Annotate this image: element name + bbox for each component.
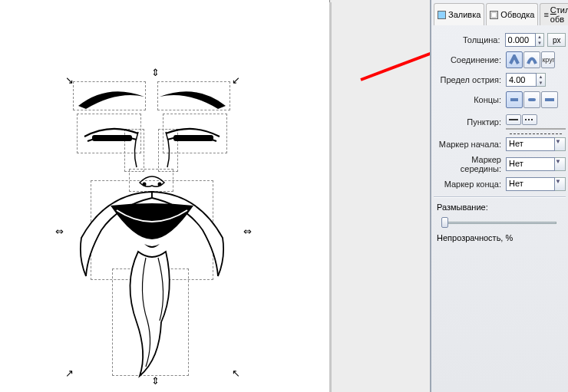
vector-artwork[interactable]: ↘ ⇕ ↙ ⇔ ⇔ ↗ ⇕ ↖ — [31, 46, 296, 392]
marker-end-label: Маркер конца: — [434, 180, 506, 189]
marker-end-dropdown-icon[interactable]: ▼ — [555, 177, 566, 191]
svg-rect-7 — [545, 98, 554, 101]
tab-stroke-style[interactable]: ≡ Стиль обв — [540, 3, 568, 25]
width-label: Толщина: — [434, 35, 505, 44]
marker-mid-select[interactable]: Нет — [506, 157, 555, 171]
caps-label: Концы: — [434, 95, 506, 104]
fill-swatch-icon — [438, 11, 446, 19]
marker-mid-label: Маркер середины: — [434, 155, 506, 173]
marker-start-select[interactable]: Нет — [506, 137, 555, 151]
svg-point-2 — [143, 183, 147, 186]
join-round-button[interactable] — [523, 51, 540, 68]
dash-none-button[interactable] — [506, 114, 521, 125]
miter-spinner[interactable]: ▲▼ — [537, 73, 546, 87]
row-width: Толщина: ▲▼ px — [434, 31, 566, 49]
marker-end-select[interactable]: Нет — [506, 177, 555, 191]
join-bevel-button[interactable]: Скругл — [541, 51, 555, 68]
row-marker-mid: Маркер середины: Нет ▼ — [434, 155, 566, 173]
marker-start-label: Маркер начала: — [434, 140, 506, 149]
panel-tabs: Заливка Обводка ≡ Стиль обв — [431, 2, 568, 28]
fill-stroke-panel: Заливка Обводка ≡ Стиль обв Толщина: ▲▼ … — [430, 0, 568, 392]
miter-limit-input[interactable] — [506, 73, 537, 87]
stroke-width-input[interactable] — [505, 33, 536, 47]
tab-stroke-paint[interactable]: Обводка — [486, 3, 538, 25]
row-join: Соединение: Скругл — [434, 51, 566, 69]
blur-label: Размывание: — [434, 201, 566, 213]
svg-point-3 — [158, 183, 162, 186]
svg-rect-0 — [92, 135, 132, 141]
tab-stroke-label: Обводка — [500, 10, 534, 19]
cap-butt-button[interactable] — [506, 91, 523, 108]
row-dash: Пунктир: — [434, 110, 566, 133]
stroke-width-unit[interactable]: px — [547, 33, 566, 47]
svg-rect-5 — [510, 98, 518, 101]
row-miter: Предел острия: ▲▼ — [434, 71, 566, 89]
blur-slider[interactable] — [437, 215, 563, 227]
join-label: Соединение: — [434, 55, 506, 64]
separator — [434, 196, 566, 198]
cap-square-button[interactable] — [541, 91, 558, 108]
stroke-width-spinner[interactable]: ▲▼ — [536, 33, 545, 47]
row-marker-end: Маркер конца: Нет ▼ — [434, 175, 566, 193]
dash-pattern-editor[interactable] — [506, 128, 566, 130]
row-marker-start: Маркер начала: Нет ▼ — [434, 135, 566, 153]
stroke-swatch-icon — [490, 11, 498, 19]
opacity-label: Непрозрачность, % — [434, 232, 566, 244]
dash-icon: ≡ — [543, 10, 547, 19]
marker-start-dropdown-icon[interactable]: ▼ — [555, 137, 566, 151]
cap-round-button[interactable] — [523, 91, 540, 108]
tab-fill[interactable]: Заливка — [434, 3, 484, 25]
miter-label: Предел острия: — [434, 75, 506, 84]
dash-preset-button[interactable] — [522, 114, 537, 125]
canvas-area[interactable]: ↘ ⇕ ↙ ⇔ ⇔ ↗ ⇕ ↖ — [0, 0, 430, 392]
tab-style-label: Стиль обв — [550, 5, 568, 24]
stroke-style-body: Толщина: ▲▼ px Соединение: Скругл Предел… — [431, 28, 568, 247]
document-page[interactable]: ↘ ⇕ ↙ ⇔ ⇔ ↗ ⇕ ↖ — [0, 0, 330, 392]
svg-rect-6 — [528, 98, 536, 101]
join-miter-button[interactable] — [506, 51, 523, 68]
marker-mid-dropdown-icon[interactable]: ▼ — [555, 157, 566, 171]
tab-fill-label: Заливка — [448, 10, 480, 19]
row-caps: Концы: — [434, 91, 566, 109]
dash-label: Пунктир: — [434, 117, 506, 127]
svg-rect-1 — [173, 135, 213, 141]
face-drawing — [31, 46, 296, 392]
